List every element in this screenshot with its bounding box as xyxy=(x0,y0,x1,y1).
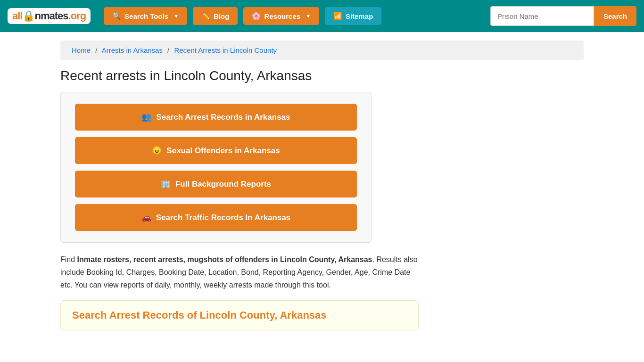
desc-intro: Find xyxy=(60,255,77,263)
main-content: Recent arrests in Lincoln County, Arkans… xyxy=(60,60,584,330)
search-arrest-button[interactable]: 👥 Search Arrest Records in Arkansas xyxy=(75,104,357,131)
prison-search-button[interactable]: Search xyxy=(594,6,636,26)
breadcrumb: Home / Arrests in Arkansas / Recent Arre… xyxy=(60,41,584,60)
sitemap-button[interactable]: 📶 Sitemap xyxy=(325,7,381,25)
logo-inmates: nmates xyxy=(34,10,68,22)
breadcrumb-sep1: / xyxy=(95,46,97,54)
breadcrumb-arrests[interactable]: Arrests in Arkansas xyxy=(102,46,163,54)
resources-icon: 🌸 xyxy=(252,12,261,20)
traffic-records-button[interactable]: 🚗 Search Traffic Records In Arkansas xyxy=(75,204,357,231)
chevron-down-icon2: ▼ xyxy=(305,13,311,19)
background-reports-button[interactable]: 🏢 Full Background Reports xyxy=(75,171,357,197)
desc-bold: Inmate rosters, recent arrests, mugshots… xyxy=(77,255,372,263)
section-search-title: Search Arrest Records of Lincoln County,… xyxy=(72,309,407,321)
sexual-offenders-button[interactable]: 😠 Sexual Offenders in Arkansas xyxy=(75,137,357,164)
building-icon: 🏢 xyxy=(161,179,171,189)
breadcrumb-sep2: / xyxy=(167,46,169,54)
description-text: Find Inmate rosters, recent arrests, mug… xyxy=(60,253,419,292)
sitemap-icon: 📶 xyxy=(333,12,342,20)
angry-icon: 😠 xyxy=(152,146,162,156)
prison-search-box: Search xyxy=(490,6,636,26)
people-icon: 👥 xyxy=(141,112,151,122)
logo-lock: 🔒 xyxy=(22,10,34,22)
page-title: Recent arrests in Lincoln County, Arkans… xyxy=(60,68,584,83)
resources-button[interactable]: 🌸 Resources ▼ xyxy=(243,7,319,25)
search-tools-icon: 🔍 xyxy=(112,12,121,20)
prison-name-input[interactable] xyxy=(490,6,594,26)
action-card: 👥 Search Arrest Records in Arkansas 😠 Se… xyxy=(60,92,372,243)
site-logo[interactable]: all🔒nmates.org xyxy=(8,8,91,24)
car-icon: 🚗 xyxy=(141,213,151,222)
section-search-box: Search Arrest Records of Lincoln County,… xyxy=(60,300,419,330)
breadcrumb-current: Recent Arrests in Lincoln County xyxy=(174,46,277,54)
blog-button[interactable]: ✏️ Blog xyxy=(193,7,238,25)
blog-icon: ✏️ xyxy=(201,12,210,20)
chevron-down-icon: ▼ xyxy=(173,13,179,19)
logo-all: all xyxy=(12,10,22,22)
logo-org: org xyxy=(71,10,86,22)
navbar: all🔒nmates.org 🔍 Search Tools ▼ ✏️ Blog … xyxy=(0,0,644,32)
breadcrumb-home[interactable]: Home xyxy=(72,46,91,54)
search-tools-button[interactable]: 🔍 Search Tools ▼ xyxy=(104,7,187,25)
